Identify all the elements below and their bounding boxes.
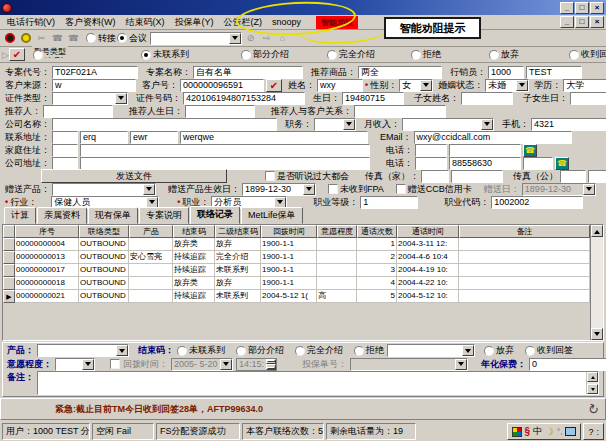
help-icon[interactable]: ? <box>588 427 593 437</box>
referrer-rel-field[interactable] <box>354 105 446 118</box>
col-sub-end-code[interactable]: 二级结束码 <box>215 225 261 238</box>
menu-telemarketing[interactable]: 电话行销(V) <box>2 15 60 30</box>
halfwidth-icon[interactable]: ☽ <box>545 426 554 437</box>
conference-radio[interactable] <box>117 33 127 43</box>
menu-snoopy[interactable]: snoopy <box>267 16 306 28</box>
close-button[interactable]: × <box>590 2 604 14</box>
ccb-checkbox[interactable] <box>396 184 406 194</box>
company-phone3-field[interactable] <box>523 157 553 170</box>
fax-office1-field[interactable] <box>560 170 586 183</box>
restore-button[interactable]: □ <box>575 2 589 14</box>
block-icon[interactable]: ⊘ <box>243 31 258 45</box>
remark-scrollbar[interactable] <box>586 372 598 394</box>
company-addr1-field[interactable] <box>52 157 78 170</box>
menu-customer-data[interactable]: 客户资料(W) <box>60 15 121 30</box>
email-field[interactable]: wxy@ccidcall.com <box>414 131 572 144</box>
dial-radio-reject[interactable] <box>411 50 421 60</box>
endcode-radio-signed[interactable] <box>525 346 535 356</box>
referrer-field[interactable] <box>43 105 113 118</box>
scroll-down-icon[interactable] <box>591 328 603 340</box>
endcode-radio-full[interactable] <box>295 346 305 356</box>
col-seq[interactable]: 序号 <box>15 225 79 238</box>
ime-pen-icon[interactable]: § <box>525 426 531 437</box>
table-row[interactable]: 00000000013 OUTBOUND 安心雪亮 持续追踪 完全介绍 1900… <box>3 251 590 264</box>
callback-checkbox[interactable] <box>110 359 120 369</box>
confirm-check-button[interactable]: ✔ <box>9 48 25 61</box>
child-name-field[interactable] <box>461 92 513 105</box>
dropdown-arrow-icon[interactable] <box>229 33 241 44</box>
agent-id-field[interactable]: 1000 <box>488 66 524 79</box>
dial-radio-signed[interactable] <box>569 50 579 60</box>
name-field[interactable]: wxy <box>317 79 363 92</box>
forward-icon[interactable]: ⇨ <box>259 31 274 45</box>
dial-play-icon[interactable]: ▷ <box>2 48 9 62</box>
dial-radio-partial[interactable] <box>241 50 251 60</box>
fax-home2-field[interactable] <box>451 170 503 183</box>
remark-scroll-down-icon[interactable] <box>587 384 598 394</box>
home-icon[interactable]: ⌂ <box>275 31 290 45</box>
reject-reason-select[interactable] <box>387 344 475 357</box>
dial-radio-notdialed[interactable] <box>33 50 43 60</box>
home-phone-dial-icon[interactable]: ☎ <box>523 144 537 157</box>
child-birth-field[interactable] <box>570 92 606 105</box>
table-row[interactable]: 00000000004 OUTBOUND 放弃类 放弃 1900-1-1 1 2… <box>3 238 590 251</box>
table-row-selected[interactable]: ▶ 00000000021 OUTBOUND 持续追踪 未联系到 2004-5-… <box>3 290 590 303</box>
customer-no-field[interactable]: 000000096591 <box>180 79 264 92</box>
endcode-radio-reject[interactable] <box>354 346 364 356</box>
endcode-radio-giveup[interactable] <box>484 346 494 356</box>
id-no-field[interactable]: 420106194807153284 <box>183 92 305 105</box>
conference-select[interactable] <box>150 32 242 45</box>
child-minimize-button[interactable]: _ <box>560 16 574 28</box>
gift-date-select[interactable]: 1899-12-30 <box>242 183 316 196</box>
gift-product-select[interactable] <box>52 183 156 196</box>
willing-select[interactable] <box>55 358 95 371</box>
menu-bulletin[interactable]: 公告栏(Z) <box>219 15 268 30</box>
tab-metlife-policy[interactable]: MetLife保单 <box>241 207 303 224</box>
fax-office2-field[interactable] <box>588 170 606 183</box>
table-row[interactable]: 00000000017 OUTBOUND 持续追踪 未联系到 1900-1-1 … <box>3 264 590 277</box>
dial-radio-giveup[interactable] <box>489 50 499 60</box>
hold-phone-icon[interactable]: ☎ <box>50 31 65 45</box>
mobile-field[interactable]: 4321 <box>531 118 606 131</box>
occupation-level-field[interactable]: 1 <box>360 196 418 209</box>
project-name-field[interactable]: 自有名单 <box>193 66 303 79</box>
tab-relatives[interactable]: 亲属资料 <box>37 207 87 224</box>
table-scrollbar[interactable] <box>590 225 603 340</box>
minimize-button[interactable]: _ <box>560 2 574 14</box>
col-product[interactable]: 产品 <box>129 225 173 238</box>
customer-check-button[interactable]: ✔ <box>266 79 282 92</box>
home-phone2-field[interactable] <box>449 144 521 157</box>
heard-checkbox[interactable] <box>265 171 275 181</box>
endcode-radio-partial[interactable] <box>236 346 246 356</box>
home-addr2-field[interactable] <box>80 144 370 157</box>
menu-end-code[interactable]: 结束码(X) <box>121 15 170 30</box>
ime-logo-icon[interactable] <box>512 427 522 437</box>
col-contact-type[interactable]: 联络类型 <box>79 225 129 238</box>
send-file-button[interactable]: 发送文件 <box>41 169 227 183</box>
marital-select[interactable]: 未婚 <box>485 79 529 92</box>
gender-select[interactable]: 女 <box>399 79 433 92</box>
bp-product-select[interactable] <box>37 344 129 357</box>
contact-addr3-field[interactable]: ewr <box>130 131 178 144</box>
scroll-up-icon[interactable] <box>591 225 603 237</box>
job-select[interactable] <box>314 118 356 131</box>
agent-name-field[interactable]: TEST <box>526 66 582 79</box>
product-field[interactable]: 两全 <box>358 66 442 79</box>
company-phone2-field[interactable]: 88558630 <box>449 157 521 170</box>
pickup-phone-icon[interactable]: ☎ <box>66 31 81 45</box>
col-call-time[interactable]: 通话时间 <box>397 225 459 238</box>
home-phone1-field[interactable] <box>415 144 447 157</box>
menu-policy[interactable]: 投保单(Y) <box>170 15 219 30</box>
table-row[interactable]: 00000000018 OUTBOUND 放弃类 放弃 1900-1-1 4 2… <box>3 277 590 290</box>
home-addr1-field[interactable] <box>52 144 78 157</box>
endcode-radio-notreached[interactable] <box>177 346 187 356</box>
project-code-field[interactable]: T02F021A <box>52 66 138 79</box>
occupation-code-field[interactable]: 1002002 <box>491 196 583 209</box>
col-willingness[interactable]: 意愿程度 <box>317 225 357 238</box>
contact-addr4-field[interactable]: werqwe <box>180 131 368 144</box>
education-select[interactable]: 大学 <box>563 79 606 92</box>
tab-contact-record[interactable]: 联络记录 <box>190 206 240 224</box>
child-restore-button[interactable]: □ <box>575 16 589 28</box>
tab-project-desc[interactable]: 专案说明 <box>139 207 189 224</box>
tray-grip-icon[interactable]: : <box>596 427 599 437</box>
